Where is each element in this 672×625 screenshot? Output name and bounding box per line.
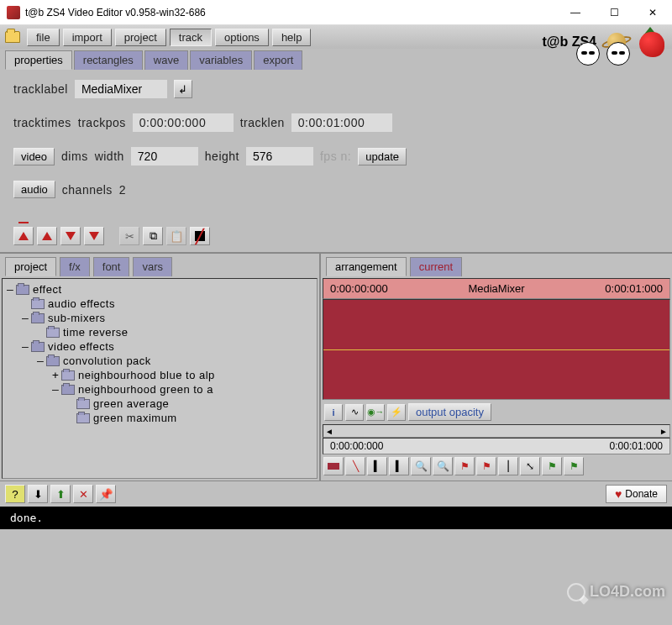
tab-rectangles[interactable]: rectangles <box>74 50 143 70</box>
tracklabel-input[interactable] <box>75 80 167 98</box>
tree-toggle[interactable]: + <box>50 369 61 381</box>
menu-track[interactable]: track <box>170 29 212 46</box>
tl-zoomin-button[interactable]: 🔍 <box>411 457 431 475</box>
tab-font[interactable]: font <box>93 257 130 276</box>
dims-label: dims <box>61 150 88 163</box>
import-button[interactable]: ⬇ <box>28 485 48 503</box>
tl-flag4-button[interactable]: ⚑ <box>564 457 584 475</box>
tl-mark2-button[interactable]: ▍ <box>389 457 409 475</box>
paste-button[interactable]: 📋 <box>166 227 186 245</box>
folder-icon <box>46 356 60 366</box>
app-icon <box>7 6 20 19</box>
tree-row[interactable]: time reverse <box>4 325 315 339</box>
tl-zoomout-button[interactable]: 🔍 <box>433 457 453 475</box>
clear-button[interactable]: ✕ <box>73 485 93 503</box>
move-down-button[interactable] <box>60 227 81 245</box>
tree-toggle[interactable]: — <box>34 355 46 367</box>
folder-icon[interactable] <box>5 31 20 43</box>
tl-select-button[interactable] <box>323 457 344 475</box>
tab-current[interactable]: current <box>410 257 462 276</box>
video-button[interactable]: video <box>13 148 55 165</box>
tab-properties[interactable]: properties <box>5 50 72 70</box>
close-button[interactable]: ✕ <box>633 0 672 25</box>
help-button[interactable]: ? <box>5 485 25 503</box>
folder-icon <box>31 299 45 309</box>
tl-flag3-button[interactable]: ⚑ <box>542 457 562 475</box>
folder-icon <box>76 413 90 423</box>
tab-fx[interactable]: f/x <box>60 257 90 276</box>
tree-row[interactable]: —effect <box>4 282 315 297</box>
move-bottom-button[interactable] <box>84 227 104 245</box>
tab-export[interactable]: export <box>254 50 302 70</box>
tree-toggle[interactable]: — <box>4 283 16 296</box>
menu-project[interactable]: project <box>115 29 166 46</box>
height-label: height <box>205 150 239 163</box>
tracktimes-label: tracktimes <box>13 116 71 129</box>
menu-import[interactable]: import <box>63 29 112 46</box>
menu-options[interactable]: options <box>215 29 269 46</box>
tree-row[interactable]: —convolution pack <box>4 354 315 368</box>
info-button[interactable]: i <box>324 404 343 421</box>
donate-button[interactable]: ♥Donate <box>606 485 667 503</box>
tree-toggle[interactable]: — <box>19 312 31 324</box>
timeline-scrollbar[interactable]: ◄► <box>323 424 670 438</box>
tree-toggle[interactable]: — <box>50 383 61 396</box>
delete-button[interactable]: ╱ <box>190 227 210 245</box>
maximize-button[interactable]: ☐ <box>595 0 633 25</box>
tree-label: convolution pack <box>63 355 151 367</box>
trackpos-value[interactable]: 0:00:00:000 <box>133 113 234 132</box>
minimize-button[interactable]: — <box>556 0 595 25</box>
tree-row[interactable]: green average <box>4 397 315 411</box>
tracklabel-commit-button[interactable]: ↲ <box>174 80 192 98</box>
output-opacity-button[interactable]: output opacity <box>408 403 491 421</box>
move-up-button[interactable] <box>37 227 57 245</box>
tree-row[interactable]: +neighbourhood blue to alp <box>4 368 315 382</box>
timeline-end: 0:00:01:000 <box>605 282 663 295</box>
ruler-start: 0:00:00:000 <box>330 440 383 452</box>
tl-mark1-button[interactable]: ▍ <box>367 457 387 475</box>
copy-button[interactable]: ⧉ <box>143 227 163 245</box>
audio-button[interactable]: audio <box>13 181 55 198</box>
move-top-button[interactable] <box>13 227 34 245</box>
folder-icon <box>61 370 75 381</box>
project-tree[interactable]: —effectaudio effects—sub-mixerstime reve… <box>2 278 318 479</box>
tree-row[interactable]: green maximum <box>4 411 315 425</box>
tab-project[interactable]: project <box>5 257 56 276</box>
tab-variables[interactable]: variables <box>190 50 252 70</box>
flash-button[interactable]: ⚡ <box>387 404 406 421</box>
tree-row[interactable]: —sub-mixers <box>4 311 315 325</box>
window-titlebar: t@b ZS4 Video Editor v0.958-win32-686 — … <box>0 0 672 25</box>
watermark: LO4D.com <box>567 583 665 601</box>
tree-row[interactable]: —video effects <box>4 339 315 354</box>
tab-wave[interactable]: wave <box>144 50 188 70</box>
height-input[interactable] <box>246 147 313 165</box>
tree-row[interactable]: audio effects <box>4 297 315 311</box>
menu-help[interactable]: help <box>272 29 312 46</box>
tl-flag1-button[interactable]: ⚑ <box>454 457 475 475</box>
width-input[interactable] <box>131 147 198 165</box>
wave-button[interactable]: ∿ <box>345 404 364 421</box>
loop-button[interactable]: ◉→ <box>366 404 385 421</box>
tree-toggle[interactable]: — <box>19 340 31 353</box>
export-button[interactable]: ⬆ <box>50 485 71 503</box>
tl-line-button[interactable]: ╲ <box>345 457 365 475</box>
pin-button[interactable]: 📌 <box>96 485 116 503</box>
tree-row[interactable]: —neighbourhood green to a <box>4 382 315 397</box>
update-button[interactable]: update <box>358 148 407 165</box>
width-label: width <box>95 150 124 163</box>
tab-arrangement[interactable]: arrangement <box>326 257 407 276</box>
timeline-track[interactable] <box>323 299 670 400</box>
tracklen-value[interactable]: 0:00:01:000 <box>291 113 392 132</box>
tree-label: sub-mixers <box>48 312 106 324</box>
timeline-controls: i ∿ ◉→ ⚡ output opacity <box>321 400 672 424</box>
tl-join-button[interactable]: ⤡ <box>520 457 540 475</box>
folder-icon <box>61 385 75 395</box>
tab-vars[interactable]: vars <box>133 257 172 276</box>
timeline-toolbar: ╲ ▍ ▍ 🔍 🔍 ⚑ ⚑ ⎮ ⤡ ⚑ ⚑ <box>321 454 672 478</box>
heart-icon: ♥ <box>615 487 622 501</box>
tl-flag2-button[interactable]: ⚑ <box>476 457 496 475</box>
tree-label: video effects <box>48 340 114 353</box>
menu-file[interactable]: file <box>27 29 60 46</box>
tl-split-button[interactable]: ⎮ <box>498 457 518 475</box>
cut-button[interactable]: ✂ <box>119 227 139 245</box>
